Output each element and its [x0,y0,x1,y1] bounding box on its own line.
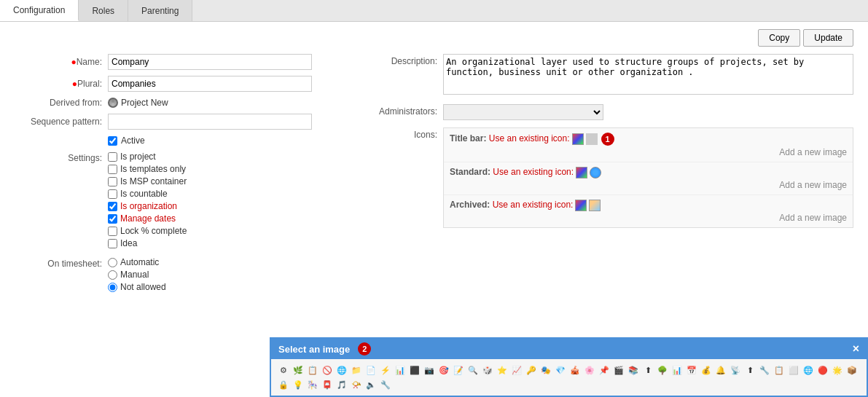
use-existing-icon-link-archived[interactable]: Use an existing icon: [493,200,574,210]
sequence-label: Sequence pattern: [15,117,102,127]
image-icon-38[interactable]: 🌟 [831,363,844,377]
image-icon-9[interactable]: ⬛ [408,363,421,377]
active-checkbox[interactable] [108,136,117,146]
close-panel-button[interactable]: × [853,343,859,355]
settings-items: Is projectIs templates onlyIs MSP contai… [108,152,187,248]
timesheet-option: Automatic [108,257,166,267]
image-icon-0[interactable]: ⚙ [277,363,290,377]
image-icon-30[interactable]: 🔔 [714,363,727,377]
image-icon-26[interactable]: 🌳 [656,363,669,377]
image-icon-33[interactable]: 🔧 [758,363,771,377]
tab-roles[interactable]: Roles [79,0,128,21]
image-icon-6[interactable]: 📄 [364,363,378,377]
derived-row: Derived from: Project New [15,98,350,108]
add-new-image-link-standard[interactable]: Add a new image [450,180,847,190]
settings-item-checkbox[interactable] [108,152,117,162]
image-icon-18[interactable]: 🎭 [539,363,552,377]
image-icon-12[interactable]: 📝 [452,363,465,377]
settings-item-checkbox[interactable] [108,177,117,186]
copy-button[interactable]: Copy [758,29,800,47]
image-icon-34[interactable]: 📋 [773,363,786,377]
use-existing-icon-link-standard[interactable]: Use an existing icon: [493,167,574,177]
image-icon-32[interactable]: ⬆ [743,363,756,377]
tab-parenting[interactable]: Parenting [128,0,192,21]
image-icon-40[interactable]: 🔒 [277,378,290,391]
timesheet-radio[interactable] [108,258,117,267]
image-icon-23[interactable]: 🎬 [612,363,625,377]
image-icon-1[interactable]: 🌿 [292,363,305,377]
settings-item-checkbox[interactable] [108,189,117,199]
image-icon-31[interactable]: 📡 [729,363,742,377]
image-icon-17[interactable]: 🔑 [525,363,538,377]
image-icon-24[interactable]: 📚 [627,363,640,377]
image-icon-5[interactable]: 📁 [350,363,363,377]
image-icon-8[interactable]: 📊 [394,363,407,377]
image-icon-3[interactable]: 🚫 [321,363,334,377]
use-existing-icon-link-titlebar[interactable]: Use an existing icon: [489,133,570,144]
image-icon-35[interactable]: ⬜ [787,363,800,377]
icon-row-label-standard: Standard: [450,167,493,177]
header-left: Select an image 2 [278,342,371,355]
update-button[interactable]: Update [803,29,853,47]
image-icon-2[interactable]: 📋 [306,363,319,377]
image-icon-10[interactable]: 📷 [423,363,436,377]
image-icon-16[interactable]: 📈 [510,363,523,377]
description-textarea[interactable]: An organizational layer used to structur… [443,54,853,95]
image-icon-22[interactable]: 📌 [598,363,611,377]
image-icon-15[interactable]: ⭐ [496,363,509,377]
image-icon-42[interactable]: 🎠 [306,378,319,391]
name-input[interactable] [108,54,312,70]
image-icon-37[interactable]: 🔴 [816,363,829,377]
icon-thumbnail-1-titlebar [572,133,584,145]
settings-item-checkbox[interactable] [108,214,117,224]
plural-input[interactable] [108,76,312,92]
image-icon-36[interactable]: 🌐 [802,363,815,377]
image-icon-13[interactable]: 🔍 [466,363,480,377]
icon-row-standard: Standard: Use an existing icon:Add a new… [444,162,853,195]
image-icon-44[interactable]: 🎵 [335,378,348,391]
sequence-input[interactable] [108,114,312,130]
add-new-image-link-titlebar[interactable]: Add a new image [450,147,847,157]
tab-configuration[interactable]: Configuration [0,0,79,21]
image-icon-46[interactable]: 🔈 [364,378,378,391]
image-icon-43[interactable]: 📮 [321,378,334,391]
icons-value: Title bar: Use an existing icon:1Add a n… [443,127,853,228]
icons-row: Icons: Title bar: Use an existing icon:1… [364,127,853,228]
add-new-image-link-archived[interactable]: Add a new image [450,213,847,223]
settings-item-checkbox[interactable] [108,202,117,211]
image-icon-11[interactable]: 🎯 [437,363,450,377]
image-icon-14[interactable]: 🎲 [481,363,494,377]
icon-thumbnail-2-standard [590,167,601,178]
image-icon-25[interactable]: ⬆ [641,363,654,377]
icon-row-titlebar: Title bar: Use an existing icon:1Add a n… [444,128,853,162]
image-icon-45[interactable]: 📯 [350,378,363,391]
settings-item-checkbox[interactable] [108,239,117,248]
image-icon-47[interactable]: 🔧 [379,378,392,391]
settings-item: Manage dates [108,213,187,224]
image-icon-29[interactable]: 💰 [700,363,713,377]
settings-item-checkbox[interactable] [108,227,117,236]
plural-row: ●Plural: [15,76,350,92]
settings-row: Settings: Is projectIs templates onlyIs … [15,152,350,248]
settings-item: Lock % complete [108,226,187,236]
active-row: Active [108,135,350,146]
image-icon-4[interactable]: 🌐 [335,363,348,377]
image-icon-7[interactable]: ⚡ [379,363,392,377]
settings-item-label: Is MSP container [120,176,187,186]
administrators-select[interactable] [443,104,603,120]
sequence-row: Sequence pattern: [15,114,350,130]
image-icon-19[interactable]: 💎 [554,363,567,377]
timesheet-radio[interactable] [108,283,117,292]
timesheet-option-label: Not allowed [120,282,166,292]
settings-item-label: Lock % complete [120,226,187,236]
settings-item-checkbox[interactable] [108,165,117,174]
icon-row-label-archived: Archived: [450,200,493,210]
image-icon-21[interactable]: 🌸 [583,363,596,377]
image-icon-27[interactable]: 📊 [670,363,684,377]
image-icon-20[interactable]: 🎪 [568,363,582,377]
timesheet-section: On timesheet: AutomaticManualNot allowed [15,257,350,292]
image-icon-28[interactable]: 📅 [685,363,698,377]
timesheet-radio[interactable] [108,270,117,280]
image-icon-41[interactable]: 💡 [292,378,305,391]
image-icon-39[interactable]: 📦 [845,363,859,377]
